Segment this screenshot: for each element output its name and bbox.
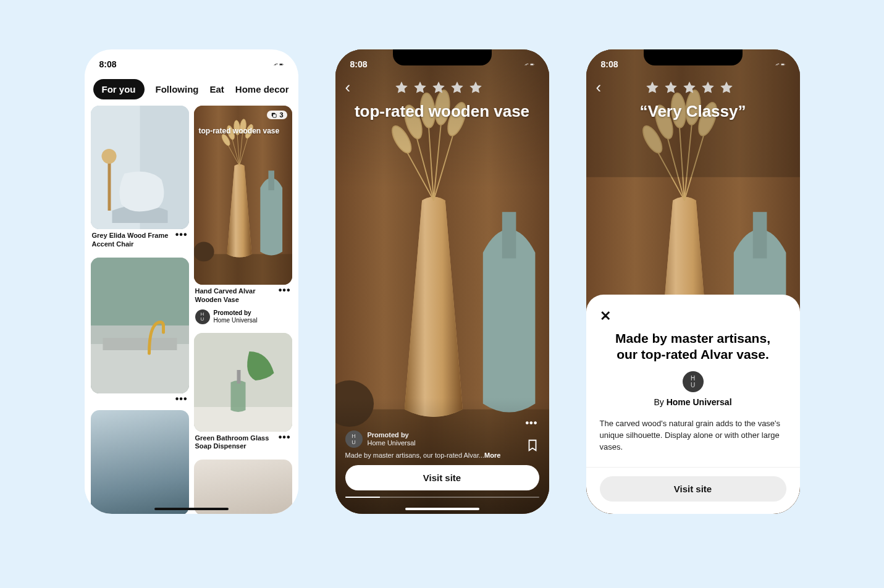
pin-overlay-text: top-rated wooden vase	[199, 127, 287, 135]
svg-rect-23	[91, 258, 189, 326]
star-icon	[701, 80, 715, 95]
pin-image	[91, 258, 189, 393]
detail-header: ‹ top-rated wooden vase	[335, 74, 549, 125]
rating-stars	[608, 80, 770, 95]
promoted-by-label: Promoted by	[368, 431, 416, 439]
svg-rect-25	[103, 338, 177, 350]
phone-detail-b: 8:08 ‹ “Very Classy” ✕ Made by master ar…	[586, 49, 800, 514]
sheet-body: The carved wood's natural grain adds to …	[600, 418, 786, 453]
detail-sheet: ✕ Made by master artisans, our top-rated…	[586, 295, 800, 514]
tab-following[interactable]: Following	[156, 84, 199, 94]
star-icon	[663, 80, 678, 95]
pin-plates[interactable]	[194, 460, 292, 514]
promoted-by-name: Home Universal	[368, 439, 416, 447]
star-icon	[394, 80, 409, 95]
home-indicator	[154, 508, 229, 510]
more-icon[interactable]: •••	[279, 287, 291, 293]
svg-point-21	[101, 149, 116, 164]
promoted-by-row[interactable]: H U Promoted by Home Universal	[345, 430, 539, 448]
status-icons	[524, 61, 534, 68]
more-icon[interactable]: •••	[526, 420, 539, 426]
more-icon[interactable]: •••	[279, 434, 291, 440]
promoted-by-label: Promoted by	[214, 309, 258, 317]
tab-eat[interactable]: Eat	[209, 84, 224, 94]
tab-home-decor[interactable]: Home decor	[235, 84, 289, 94]
feed-body: For you Following Eat Home decor	[85, 74, 298, 514]
pin-soap[interactable]: Green Bathroom Glass Soap Dispenser •••	[194, 333, 292, 456]
svg-rect-20	[107, 158, 111, 211]
detail-headline: top-rated wooden vase	[345, 102, 539, 121]
brand-avatar: H U	[683, 371, 704, 392]
status-time: 8:08	[601, 59, 618, 69]
detail-footer: H U Promoted by Home Universal Made by m…	[335, 430, 549, 514]
pin-chair[interactable]: Grey Elida Wood Frame Accent Chair •••	[91, 106, 189, 254]
caption[interactable]: Made by master artisans, our top-rated A…	[345, 452, 539, 459]
pin-image: 3 top-rated wooden vase	[194, 106, 292, 285]
pin-title: Hand Carved Alvar Wooden Vase	[195, 287, 279, 304]
feed-tabs: For you Following Eat Home decor	[85, 74, 298, 106]
svg-rect-30	[237, 370, 240, 384]
star-icon	[645, 80, 660, 95]
visit-site-button[interactable]: Visit site	[345, 465, 539, 490]
phone-detail-a: 8:08 ‹ top-rated wooden vase	[335, 49, 549, 514]
by-line: By Home Universal	[600, 397, 786, 407]
more-icon[interactable]: •••	[175, 232, 188, 238]
brand-avatar: H U	[195, 309, 210, 324]
pin-image	[194, 460, 292, 514]
sheet-title: Made by master artisans, our top-rated A…	[606, 330, 780, 363]
more-icon[interactable]: •••	[175, 396, 188, 402]
promoted-by-row[interactable]: H U Promoted by Home Universal	[194, 309, 292, 329]
promoted-by-name: Home Universal	[214, 317, 258, 324]
pin-title: Grey Elida Wood Frame Accent Chair	[92, 232, 175, 249]
star-icon	[468, 80, 483, 95]
more-link[interactable]: More	[484, 452, 500, 459]
close-icon[interactable]: ✕	[600, 308, 786, 324]
phone-feed: 8:08 For you Following Eat Home decor	[85, 49, 298, 514]
notch	[393, 49, 492, 65]
star-icon	[682, 80, 697, 95]
status-time: 8:08	[99, 59, 117, 69]
brand-avatar: H U	[345, 430, 363, 448]
pin-image	[194, 333, 292, 432]
back-icon[interactable]: ‹	[345, 78, 351, 97]
back-icon[interactable]: ‹	[596, 78, 602, 97]
tab-for-you[interactable]: For you	[93, 79, 145, 99]
star-icon	[450, 80, 465, 95]
star-icon	[413, 80, 427, 95]
progress-bar	[345, 497, 539, 498]
pin-vase-promoted[interactable]: 3 top-rated wooden vase Hand Carved Alva…	[194, 106, 292, 329]
status-time: 8:08	[350, 59, 368, 69]
pin-image	[91, 106, 189, 229]
star-icon	[431, 80, 446, 95]
multi-page-badge: 3	[267, 111, 287, 119]
status-icons	[775, 61, 785, 68]
star-icon	[719, 80, 734, 95]
visit-site-button[interactable]: Visit site	[600, 476, 786, 502]
svg-rect-27	[273, 114, 277, 117]
feed-masonry: Grey Elida Wood Frame Accent Chair •••	[85, 106, 298, 514]
pin-hand[interactable]	[91, 410, 189, 514]
pin-image	[91, 410, 189, 514]
status-icons	[274, 61, 284, 68]
detail-headline: “Very Classy”	[596, 102, 790, 121]
pin-title: Green Bathroom Glass Soap Dispenser	[195, 434, 279, 452]
status-bar: 8:08	[85, 49, 298, 74]
detail-header: ‹ “Very Classy”	[586, 74, 800, 125]
pin-sink[interactable]: •••	[91, 258, 189, 407]
badge-count: 3	[279, 111, 283, 119]
svg-rect-24	[91, 344, 189, 393]
rating-stars	[358, 80, 519, 95]
stack-icon	[271, 112, 277, 119]
notch	[644, 49, 743, 65]
